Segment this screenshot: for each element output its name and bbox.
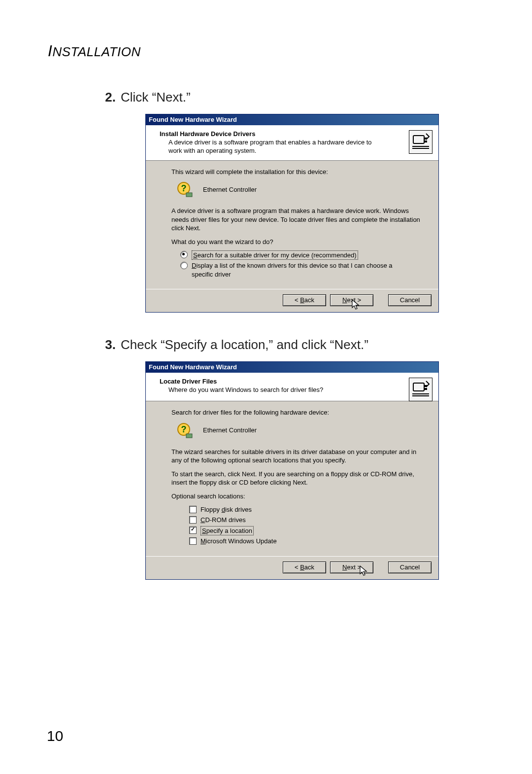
radio-icon[interactable] [180, 251, 188, 258]
dialog2-header: Locate Driver Files Where do you want Wi… [146, 373, 438, 401]
dialog2-line1: Search for driver files for the followin… [171, 408, 425, 417]
svg-text:?: ? [181, 183, 187, 193]
checkbox-update-label: Microsoft Windows Update [200, 537, 277, 546]
dialog2-device-name: Ethernet Controller [203, 426, 257, 435]
dialog2-para2: To start the search, click Next. If you … [171, 470, 425, 487]
dialog1-paragraph: A device driver is a software program th… [171, 207, 425, 233]
dialog1-titlebar: Found New Hardware Wizard [146, 114, 438, 125]
dialog1-header-title: Install Hardware Device Drivers [160, 130, 432, 138]
dialog2-header-title: Locate Driver Files [160, 378, 432, 385]
dialog2-optional-label: Optional search locations: [171, 492, 425, 501]
cancel-button[interactable]: Cancel [388, 562, 432, 573]
section-header-text: NSTALLATION [52, 44, 140, 59]
hardware-icon [409, 378, 432, 401]
checkbox-floppy[interactable]: Floppy disk drives [189, 505, 421, 514]
step-2: 2. Click “Next.” [96, 90, 488, 105]
checkbox-cdrom-label: CD-ROM drives [200, 516, 246, 525]
svg-rect-2 [424, 141, 427, 142]
svg-rect-11 [186, 434, 192, 438]
svg-rect-0 [413, 136, 424, 143]
next-button[interactable]: Next > [330, 562, 373, 573]
unknown-device-icon: ? [176, 422, 193, 439]
dialog1-header: Install Hardware Device Drivers A device… [146, 125, 438, 161]
step-3-text: Check “Specify a location,” and click “N… [121, 337, 368, 352]
dialog1-body: This wizard will complete the installati… [146, 161, 438, 289]
dialog2-body: Search for driver files for the followin… [146, 401, 438, 556]
dialog1-device-name: Ethernet Controller [203, 185, 257, 194]
dialog1-device-row: ? Ethernet Controller [176, 181, 425, 198]
svg-rect-5 [186, 193, 192, 197]
checkbox-floppy-label: Floppy disk drives [200, 505, 252, 514]
checkbox-specify-label: Specify a location [200, 526, 254, 536]
dialog1-prompt: What do you want the wizard to do? [171, 238, 425, 246]
radio-display-list[interactable]: Display a list of the known drivers for … [180, 261, 412, 279]
dialog-install-drivers: Found New Hardware Wizard Install Hardwa… [145, 114, 439, 313]
step-3-number: 3. [96, 337, 116, 352]
next-button[interactable]: Next > [330, 294, 373, 306]
dialog2-titlebar: Found New Hardware Wizard [146, 362, 438, 373]
checkbox-icon[interactable] [189, 537, 197, 545]
radio-search-label: Search for a suitable driver for my devi… [192, 250, 358, 260]
radio-icon[interactable] [180, 262, 188, 269]
dialog2-para1: The wizard searches for suitable drivers… [171, 448, 425, 465]
hardware-icon [409, 130, 432, 154]
radio-search-suitable[interactable]: Search for a suitable driver for my devi… [180, 250, 412, 260]
svg-rect-8 [424, 388, 427, 390]
checkbox-cdrom[interactable]: CD-ROM drives [189, 516, 421, 525]
cancel-button[interactable]: Cancel [388, 294, 432, 306]
checkbox-icon[interactable] [189, 527, 197, 534]
dialog1-header-subtitle: A device driver is a software program th… [168, 139, 385, 155]
dialog2-header-subtitle: Where do you want Windows to search for … [168, 386, 385, 394]
dialog2-device-row: ? Ethernet Controller [176, 422, 425, 439]
step-3: 3. Check “Specify a location,” and click… [96, 337, 488, 352]
section-header: INSTALLATION [48, 42, 488, 60]
svg-rect-6 [413, 383, 424, 391]
unknown-device-icon: ? [176, 181, 193, 198]
checkbox-icon[interactable] [189, 516, 197, 524]
checkbox-specify-location[interactable]: Specify a location [189, 526, 421, 536]
step-2-text: Click “Next.” [121, 90, 191, 105]
radio-display-label: Display a list of the known drivers for … [192, 261, 412, 279]
step-2-number: 2. [96, 90, 116, 105]
page-number: 10 [47, 728, 63, 744]
back-button[interactable]: < Back [283, 294, 326, 306]
checkbox-windows-update[interactable]: Microsoft Windows Update [189, 537, 421, 546]
svg-text:?: ? [181, 424, 187, 434]
dialog1-line1: This wizard will complete the installati… [171, 168, 425, 176]
dialog-locate-files: Found New Hardware Wizard Locate Driver … [145, 361, 439, 579]
back-button[interactable]: < Back [283, 562, 326, 573]
dialog2-buttons: < Back Next > Cancel [146, 556, 438, 579]
dialog1-buttons: < Back Next > Cancel [146, 289, 438, 312]
checkbox-icon[interactable] [189, 506, 197, 513]
